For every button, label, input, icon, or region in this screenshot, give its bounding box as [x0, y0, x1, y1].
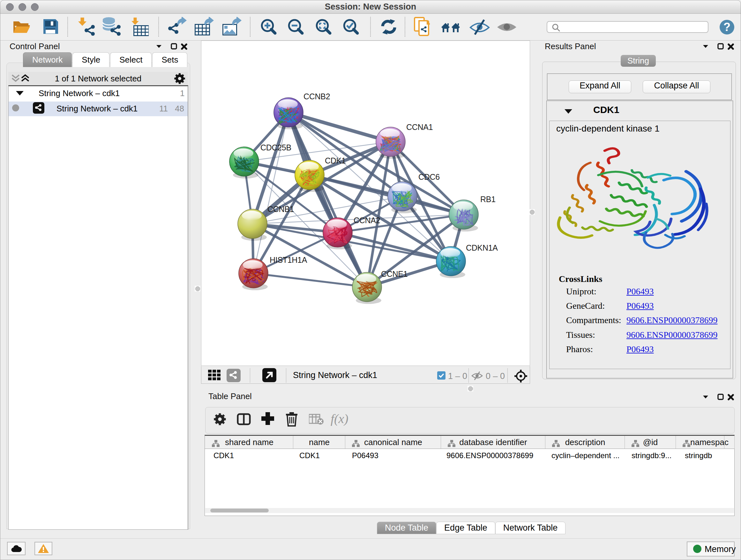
svg-text:?: ? [724, 20, 731, 34]
